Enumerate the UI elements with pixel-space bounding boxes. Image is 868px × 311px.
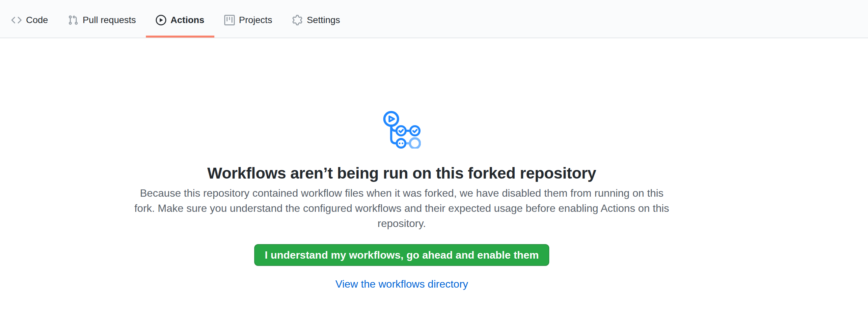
tab-code[interactable]: Code <box>1 5 58 37</box>
tab-settings[interactable]: Settings <box>282 5 350 37</box>
gear-icon <box>292 15 303 25</box>
git-pull-request-icon <box>68 15 79 25</box>
project-icon <box>224 15 235 25</box>
blankslate-description: Because this repository contained workfl… <box>132 185 672 231</box>
play-icon <box>156 15 166 25</box>
tab-pull-requests[interactable]: Pull requests <box>58 5 146 37</box>
enable-workflows-button[interactable]: I understand my workflows, go ahead and … <box>254 244 549 266</box>
tab-actions-label: Actions <box>170 15 205 25</box>
workflow-graph-icon <box>383 111 421 149</box>
repo-tab-bar: Code Pull requests Actions Projects Sett… <box>0 0 868 38</box>
tab-projects[interactable]: Projects <box>214 5 282 37</box>
code-icon <box>11 15 22 25</box>
tab-actions[interactable]: Actions <box>146 5 214 37</box>
tab-pull-requests-label: Pull requests <box>83 15 136 25</box>
tab-projects-label: Projects <box>239 15 272 25</box>
tab-settings-label: Settings <box>307 15 340 25</box>
tab-code-label: Code <box>26 15 48 25</box>
page-title: Workflows aren’t being run on this forke… <box>132 164 672 182</box>
view-workflows-directory-link[interactable]: View the workflows directory <box>335 278 468 290</box>
